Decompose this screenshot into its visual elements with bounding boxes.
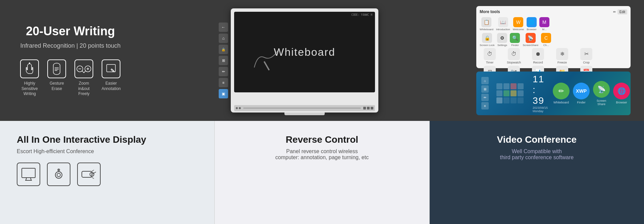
screenshare-app-label: Screen Share (593, 99, 610, 106)
sidebar-extra-btn[interactable]: ▣ (219, 89, 228, 98)
svg-rect-8 (107, 64, 115, 72)
annotation-icon (102, 59, 120, 78)
app-introduction[interactable]: 📖 Introduction (496, 17, 510, 31)
left-panel: 20-User Writing Infrared Recognition | 2… (13, 17, 127, 103)
feature-annotation: EasierAnnotation (102, 59, 121, 97)
zoom-icon (74, 59, 93, 78)
bottom-col-1: All In One Interactive Display Escort Hi… (0, 121, 215, 224)
tools-row-1: ⏱ Timer ⏱ Stopwatch ⏺ Record ❄ Freeze (480, 48, 627, 64)
mini-sidebar: ⌂ ⊞ ✏ ≡ (481, 77, 489, 109)
crop-label: Crop (583, 61, 590, 64)
app-settings[interactable]: ⚙ Settings (497, 33, 507, 47)
feature-icons-row: HighlySensitive Writing GestureErase (20, 59, 121, 97)
col2-subtitle: Panel reverse control wirelesscomputer: … (275, 148, 369, 161)
mini-sidebar-icon: ⊞ (481, 85, 489, 93)
svg-line-20 (92, 170, 94, 171)
tool-freeze[interactable]: ❄ Freeze (552, 48, 572, 64)
tool-stopwatch[interactable]: ⏱ Stopwatch (504, 48, 524, 64)
sidebar-pen-btn[interactable]: ✏ (219, 67, 228, 76)
app-screenlock[interactable]: 🔒 Screen Lock (480, 33, 494, 47)
more-tools-screen: More tools ✏ Edit 📋 Whiteboard 📖 Introdu… (476, 6, 631, 68)
mini-app (511, 83, 517, 89)
clock-apps-screen: ⌂ ⊞ ✏ ≡ (476, 72, 631, 115)
hand-writing-visual (248, 47, 288, 76)
browser-app-label: Browser (616, 101, 627, 104)
app-whiteboard[interactable]: 📋 Whiteboard (480, 17, 493, 31)
app-screenshare[interactable]: 📡 ScreenShare (523, 33, 538, 47)
mini-sidebar-icon: ⌂ (481, 77, 489, 84)
top-section: 20-User Writing Infrared Recognition | 2… (0, 0, 644, 121)
edit-button[interactable]: Edit (618, 9, 627, 14)
subtitle: Infrared Recognition | 20 points touch (20, 42, 121, 49)
toolbar-icon (367, 107, 370, 109)
app-whiteboard-btn[interactable]: ✏ Whiteboard (553, 83, 570, 104)
svg-point-15 (57, 173, 60, 177)
mini-app (518, 97, 524, 103)
app-more[interactable]: M M... (539, 17, 549, 31)
projector-icon-item (77, 163, 101, 186)
mini-apps-row (496, 97, 524, 103)
mini-apps-row (496, 83, 524, 89)
tool-record[interactable]: ⏺ Record (528, 48, 548, 64)
col3-subtitle: Well Compatible withthird party conferen… (500, 148, 574, 161)
app-ch[interactable]: C Ch... (541, 33, 551, 47)
sensitive-icon (20, 59, 39, 78)
feature-zoom: Zoom in&outFreely (74, 59, 94, 97)
bottom-col-2: Reverse Control Panel reverse control wi… (215, 121, 429, 224)
camera-bottom-icon (47, 163, 70, 186)
clock-date: 2023/09/15 Monday (533, 106, 548, 113)
annotation-label: EasierAnnotation (102, 81, 121, 91)
svg-line-12 (31, 178, 31, 180)
toolbar-icons (363, 107, 373, 109)
stopwatch-icon: ⏱ (508, 48, 520, 60)
second-apps-row: 🔒 Screen Lock ⚙ Settings 🔍 Finder 📡 Scre… (480, 33, 627, 47)
col2-title: Reverse Control (286, 134, 358, 145)
svg-line-22 (92, 177, 94, 179)
app-browser-btn[interactable]: 🌐 Browser (613, 83, 630, 104)
app-screenshare-btn[interactable]: 📡 Screen Share (593, 81, 610, 106)
sidebar-screen-lock-btn[interactable]: 🔒 (219, 45, 228, 54)
sidebar-home-btn[interactable]: ⌂ (219, 34, 228, 43)
zoom-label: Zoom in&outFreely (74, 81, 94, 97)
mini-apps-row (496, 90, 524, 96)
browser-app-icon: 🌐 (613, 83, 630, 99)
display-icon (17, 163, 40, 186)
bottom-section: All In One Interactive Display Escort Hi… (0, 121, 644, 224)
finder-app-icon: XWP (573, 83, 590, 99)
more-tools-title: More tools (480, 9, 611, 14)
mini-app (511, 97, 517, 103)
app-finder-btn[interactable]: XWP Finder (573, 83, 590, 104)
app-finder[interactable]: 🔍 Finder (510, 33, 520, 47)
progress-bar (243, 107, 361, 109)
record-icon: ⏺ (532, 48, 544, 60)
mini-app (503, 90, 509, 96)
monitor-frame: CODE: Y4WWC H Whiteboard (231, 8, 378, 113)
camera-icon-item (47, 163, 70, 186)
app-welcome[interactable]: W Welcome (513, 17, 524, 31)
sidebar-back-btn[interactable]: ← (219, 23, 228, 32)
toolbar-icon (363, 107, 366, 109)
col3-title: Video Conference (497, 134, 577, 145)
display-icon-item (17, 163, 40, 186)
feature-gesture: GestureErase (47, 59, 66, 97)
sidebar-apps-btn[interactable]: ⊞ (219, 56, 228, 65)
bar-dot-2 (239, 107, 241, 109)
tool-crop[interactable]: ✂ Crop (576, 48, 596, 64)
app-browser[interactable]: 🌐 Browser (527, 17, 537, 31)
freeze-icon: ❄ (556, 48, 568, 60)
gesture-icon (47, 59, 66, 78)
svg-line-3 (82, 71, 84, 73)
tool-timer[interactable]: ⏱ Timer (480, 48, 500, 64)
finder-app-label: Finder (577, 101, 586, 104)
mini-app (496, 83, 502, 89)
mini-app (503, 97, 509, 103)
monitor-stand (284, 113, 325, 115)
svg-point-14 (55, 172, 62, 178)
svg-rect-9 (264, 61, 270, 71)
col1-subtitle: Escort High-efficient Conference (17, 148, 198, 154)
center-monitor-area: ← ⌂ 🔒 ⊞ ✏ ≡ ▣ CODE: Y4WWC H Whiteboard (127, 8, 470, 113)
edit-icon: ✏ (613, 10, 616, 14)
feature-sensitive: HighlySensitive Writing (20, 59, 39, 97)
sidebar-settings-btn[interactable]: ≡ (219, 78, 228, 87)
mini-app-grid (496, 83, 524, 103)
